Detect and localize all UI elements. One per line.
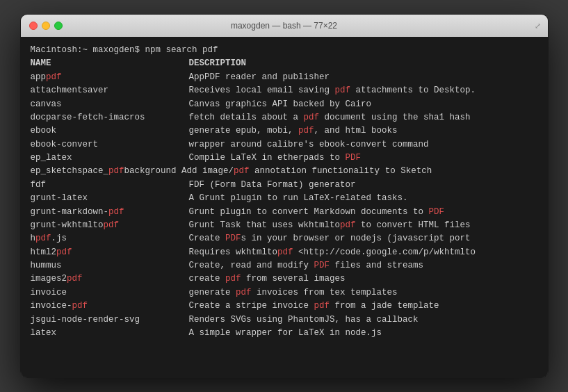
row-canvas: canvas Canvas graphics API backed by Cai… [31,98,538,111]
row-invoice-pdf: invoice-pdf Create a stripe invoice pdf … [31,300,538,313]
pkg-hummus: hummus [31,259,189,272]
header-line: NAME DESCRIPTION [31,57,538,70]
traffic-lights[interactable] [29,22,63,30]
desc-hpdf: Create PDFs in your browser or nodejs (j… [189,234,471,243]
row-html2pdf: html2pdf Requires wkhtmltopdf <http://co… [31,246,538,259]
row-images2pdf: images2pdf create pdf from several image… [31,272,538,286]
pkg-jsgui: jsgui-node-render-svg [31,313,189,327]
desc-latex: A simple wrapper for LaTeX in node.js [189,328,382,338]
row-docparse: docparse-fetch-imacros fetch details abo… [31,111,538,124]
pkg-grunt-latex: grunt-latex [31,192,189,205]
row-grunt-latex: grunt-latex A Grunt plugin to run LaTeX-… [31,192,538,205]
pkg-images2pdf: images2pdf [31,272,189,286]
desc-canvas: Canvas graphics API backed by Cairo [189,99,372,109]
row-ebook-convert: ebook-convert wrapper around calibre's e… [31,138,538,152]
pkg-invoice-pdf: invoice-pdf [31,300,189,313]
row-ep-sketchspace: ep_sketchspace_pdfbackground Add image/p… [31,165,538,178]
desc-ep-latex: Compile LaTeX in etherpads to PDF [189,153,362,163]
window-title: maxogden — bash — 77×22 [231,21,337,31]
pkg-docparse: docparse-fetch-imacros [31,111,189,124]
row-grunt-markdown-pdf: grunt-markdown-pdf Grunt plugin to conve… [31,206,538,219]
prompt: Macintosh:~ maxogden$ npm search pdf [31,45,218,55]
minimize-button[interactable] [42,22,50,30]
row-ebook: ebook generate epub, mobi, pdf, and html… [31,124,538,138]
desc-ebook: generate epub, mobi, pdf, and html books [189,126,398,136]
desc-ep-sketchspace: Add image/pdf annotation functionality t… [181,166,432,176]
row-ep-latex: ep_latex Compile LaTeX in etherpads to P… [31,152,538,165]
pkg-invoice: invoice [31,286,189,300]
prompt-line: Macintosh:~ maxogden$ npm search pdf [31,44,538,57]
desc-grunt-markdown-pdf: Grunt plugin to convert Markdown documen… [189,207,445,217]
pkg-grunt-markdown-pdf: grunt-markdown-pdf [31,206,189,219]
titlebar: maxogden — bash — 77×22 ⤢ [21,15,548,37]
col-desc-header: DESCRIPTION [189,58,247,68]
row-invoice: invoice generate pdf invoices from tex t… [31,286,538,300]
pkg-ebook: ebook [31,124,189,138]
row-jsgui: jsgui-node-render-svg Renders SVGs using… [31,313,538,327]
maximize-button[interactable] [54,22,63,30]
row-appdf: apppdfAppPDF reader and publisher [31,71,538,84]
close-button[interactable] [29,22,38,30]
pkg-latex: latex [31,327,189,340]
desc-grunt-latex: A Grunt plugin to run LaTeX-related task… [189,193,408,203]
pkg-html2pdf: html2pdf [31,246,189,259]
desc-fdf: FDF (Form Data Format) generator [189,180,356,190]
pkg-attachmentsaver: attachmentsaver [31,84,189,97]
row-fdf: fdf FDF (Form Data Format) generator [31,179,538,192]
desc-grunt-wkhtmltopdf: Grunt Task that uses wkhtmltopdf to conv… [189,220,471,230]
pkg-fdf: fdf [31,179,189,192]
desc-invoice: generate pdf invoices from tex templates [189,288,398,297]
desc-appdf: AppPDF reader and publisher [189,72,330,82]
pkg-canvas: canvas [31,98,189,111]
row-hummus: hummus Create, read and modify PDF files… [31,259,538,272]
desc-attachmentsaver: Receives local email saving pdf attachme… [189,85,476,95]
desc-docparse: fetch details about a pdf document using… [189,113,471,122]
row-attachmentsaver: attachmentsaver Receives local email sav… [31,84,538,97]
pkg-ebook-convert: ebook-convert [31,138,189,152]
pkg-ep-latex: ep_latex [31,152,189,165]
row-latex: latex A simple wrapper for LaTeX in node… [31,327,538,340]
desc-invoice-pdf: Create a stripe invoice pdf from a jade … [189,301,439,311]
pkg-appdf: apppdf [31,71,189,84]
row-grunt-wkhtmltopdf: grunt-wkhtmltopdf Grunt Task that uses w… [31,219,538,232]
pkg-grunt-wkhtmltopdf: grunt-wkhtmltopdf [31,219,189,232]
desc-ebook-convert: wrapper around calibre's ebook-convert c… [189,140,429,149]
col-name-header: NAME [31,57,189,70]
desc-jsgui: Renders SVGs using PhantomJS, has a call… [189,315,419,325]
desc-images2pdf: create pdf from several images [189,274,346,284]
terminal-window: maxogden — bash — 77×22 ⤢ Macintosh:~ ma… [20,14,549,378]
row-hpdf: hpdf.js Create PDFs in your browser or n… [31,232,538,245]
desc-html2pdf: Requires wkhtmltopdf <http://code.google… [189,247,476,257]
terminal-body: Macintosh:~ maxogden$ npm search pdf NAM… [21,37,548,377]
pkg-hpdf: hpdf.js [31,232,189,245]
desc-hummus: Create, read and modify PDF files and st… [189,261,424,270]
pkg-ep-sketchspace: ep_sketchspace_pdfbackground [31,166,182,176]
resize-icon: ⤢ [535,22,541,31]
